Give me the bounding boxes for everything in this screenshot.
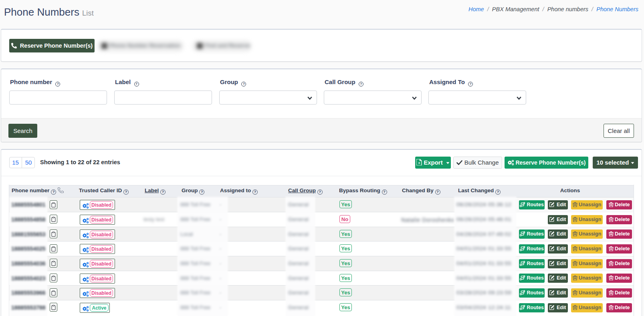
svg-text:x: x	[418, 161, 420, 165]
